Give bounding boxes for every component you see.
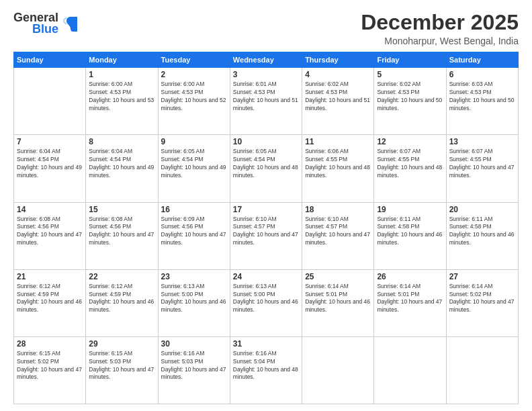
logo-wave-icon bbox=[61, 14, 80, 33]
day-number: 7 bbox=[17, 137, 83, 146]
cell-info: Sunrise: 6:16 AMSunset: 5:03 PMDaylight:… bbox=[161, 350, 227, 382]
weekday-header-thursday: Thursday bbox=[302, 52, 374, 68]
day-number: 12 bbox=[377, 137, 443, 146]
day-number: 21 bbox=[17, 272, 83, 281]
day-number: 22 bbox=[89, 272, 154, 281]
month-title: December 2025 bbox=[361, 11, 519, 34]
calendar-cell: 29 Sunrise: 6:15 AMSunset: 5:03 PMDaylig… bbox=[86, 336, 158, 404]
calendar-cell: 26 Sunrise: 6:14 AMSunset: 5:01 PMDaylig… bbox=[374, 269, 446, 336]
calendar-cell: 25 Sunrise: 6:14 AMSunset: 5:01 PMDaylig… bbox=[302, 269, 374, 336]
day-number: 27 bbox=[449, 272, 515, 281]
weekday-header-tuesday: Tuesday bbox=[158, 52, 230, 68]
day-number: 9 bbox=[161, 137, 227, 146]
calendar-cell: 22 Sunrise: 6:12 AMSunset: 4:59 PMDaylig… bbox=[86, 269, 158, 336]
weekday-header-saturday: Saturday bbox=[446, 52, 518, 68]
cell-info: Sunrise: 6:00 AMSunset: 4:53 PMDaylight:… bbox=[89, 81, 154, 113]
day-number: 2 bbox=[161, 70, 227, 79]
location: Monoharpur, West Bengal, India bbox=[361, 36, 519, 46]
cell-info: Sunrise: 6:05 AMSunset: 4:54 PMDaylight:… bbox=[161, 148, 227, 180]
day-number: 3 bbox=[233, 70, 299, 79]
calendar-cell bbox=[302, 336, 374, 404]
calendar-cell: 7 Sunrise: 6:04 AMSunset: 4:54 PMDayligh… bbox=[14, 135, 86, 202]
cell-info: Sunrise: 6:05 AMSunset: 4:54 PMDaylight:… bbox=[233, 148, 299, 180]
cell-info: Sunrise: 6:03 AMSunset: 4:53 PMDaylight:… bbox=[449, 81, 515, 113]
cell-info: Sunrise: 6:08 AMSunset: 4:56 PMDaylight:… bbox=[17, 216, 83, 248]
cell-info: Sunrise: 6:11 AMSunset: 4:58 PMDaylight:… bbox=[449, 216, 515, 248]
calendar-cell bbox=[14, 68, 86, 135]
day-number: 11 bbox=[305, 137, 371, 146]
day-number: 16 bbox=[161, 205, 227, 214]
calendar-cell: 10 Sunrise: 6:05 AMSunset: 4:54 PMDaylig… bbox=[230, 135, 302, 202]
week-row-4: 21 Sunrise: 6:12 AMSunset: 4:59 PMDaylig… bbox=[14, 269, 519, 336]
calendar-cell: 23 Sunrise: 6:13 AMSunset: 5:00 PMDaylig… bbox=[158, 269, 230, 336]
cell-info: Sunrise: 6:06 AMSunset: 4:55 PMDaylight:… bbox=[305, 148, 371, 180]
logo-blue: Blue bbox=[32, 22, 58, 36]
calendar-cell: 14 Sunrise: 6:08 AMSunset: 4:56 PMDaylig… bbox=[14, 202, 86, 269]
day-number: 18 bbox=[305, 205, 371, 214]
cell-info: Sunrise: 6:04 AMSunset: 4:54 PMDaylight:… bbox=[17, 148, 83, 180]
calendar-cell: 19 Sunrise: 6:11 AMSunset: 4:58 PMDaylig… bbox=[374, 202, 446, 269]
cell-info: Sunrise: 6:14 AMSunset: 5:02 PMDaylight:… bbox=[449, 283, 515, 315]
calendar-cell: 20 Sunrise: 6:11 AMSunset: 4:58 PMDaylig… bbox=[446, 202, 518, 269]
day-number: 29 bbox=[89, 339, 154, 349]
day-number: 17 bbox=[233, 205, 299, 214]
day-number: 15 bbox=[89, 205, 154, 214]
calendar-cell: 31 Sunrise: 6:16 AMSunset: 5:04 PMDaylig… bbox=[230, 336, 302, 404]
calendar-cell: 30 Sunrise: 6:16 AMSunset: 5:03 PMDaylig… bbox=[158, 336, 230, 404]
cell-info: Sunrise: 6:14 AMSunset: 5:01 PMDaylight:… bbox=[377, 283, 443, 315]
day-number: 10 bbox=[233, 137, 299, 146]
day-number: 31 bbox=[233, 339, 299, 349]
calendar-cell: 13 Sunrise: 6:07 AMSunset: 4:55 PMDaylig… bbox=[446, 135, 518, 202]
cell-info: Sunrise: 6:14 AMSunset: 5:01 PMDaylight:… bbox=[305, 283, 371, 315]
day-number: 23 bbox=[161, 272, 227, 281]
day-number: 19 bbox=[377, 205, 443, 214]
cell-info: Sunrise: 6:02 AMSunset: 4:53 PMDaylight:… bbox=[305, 81, 371, 113]
cell-info: Sunrise: 6:13 AMSunset: 5:00 PMDaylight:… bbox=[233, 283, 299, 315]
cell-info: Sunrise: 6:13 AMSunset: 5:00 PMDaylight:… bbox=[161, 283, 227, 315]
day-number: 30 bbox=[161, 339, 227, 349]
day-number: 8 bbox=[89, 137, 154, 146]
calendar-cell: 5 Sunrise: 6:02 AMSunset: 4:53 PMDayligh… bbox=[374, 68, 446, 135]
cell-info: Sunrise: 6:15 AMSunset: 5:03 PMDaylight:… bbox=[89, 350, 154, 382]
cell-info: Sunrise: 6:08 AMSunset: 4:56 PMDaylight:… bbox=[89, 216, 154, 248]
cell-info: Sunrise: 6:04 AMSunset: 4:54 PMDaylight:… bbox=[89, 148, 154, 180]
calendar-cell: 11 Sunrise: 6:06 AMSunset: 4:55 PMDaylig… bbox=[302, 135, 374, 202]
calendar-cell bbox=[446, 336, 518, 404]
cell-info: Sunrise: 6:01 AMSunset: 4:53 PMDaylight:… bbox=[233, 81, 299, 113]
calendar-cell: 2 Sunrise: 6:00 AMSunset: 4:53 PMDayligh… bbox=[158, 68, 230, 135]
day-number: 6 bbox=[449, 70, 515, 79]
calendar-cell: 4 Sunrise: 6:02 AMSunset: 4:53 PMDayligh… bbox=[302, 68, 374, 135]
week-row-3: 14 Sunrise: 6:08 AMSunset: 4:56 PMDaylig… bbox=[14, 202, 519, 269]
logo: General Blue bbox=[13, 11, 80, 36]
calendar-cell: 12 Sunrise: 6:07 AMSunset: 4:55 PMDaylig… bbox=[374, 135, 446, 202]
calendar-cell: 21 Sunrise: 6:12 AMSunset: 4:59 PMDaylig… bbox=[14, 269, 86, 336]
cell-info: Sunrise: 6:07 AMSunset: 4:55 PMDaylight:… bbox=[377, 148, 443, 180]
week-row-5: 28 Sunrise: 6:15 AMSunset: 5:02 PMDaylig… bbox=[14, 336, 519, 404]
weekday-header-friday: Friday bbox=[374, 52, 446, 68]
weekday-header-wednesday: Wednesday bbox=[230, 52, 302, 68]
calendar-cell bbox=[374, 336, 446, 404]
cell-info: Sunrise: 6:12 AMSunset: 4:59 PMDaylight:… bbox=[17, 283, 83, 315]
weekday-header-monday: Monday bbox=[86, 52, 158, 68]
day-number: 5 bbox=[377, 70, 443, 79]
week-row-1: 1 Sunrise: 6:00 AMSunset: 4:53 PMDayligh… bbox=[14, 68, 519, 135]
calendar-cell: 8 Sunrise: 6:04 AMSunset: 4:54 PMDayligh… bbox=[86, 135, 158, 202]
week-row-2: 7 Sunrise: 6:04 AMSunset: 4:54 PMDayligh… bbox=[14, 135, 519, 202]
day-number: 26 bbox=[377, 272, 443, 281]
cell-info: Sunrise: 6:11 AMSunset: 4:58 PMDaylight:… bbox=[377, 216, 443, 248]
cell-info: Sunrise: 6:00 AMSunset: 4:53 PMDaylight:… bbox=[161, 81, 227, 113]
day-number: 20 bbox=[449, 205, 515, 214]
day-number: 13 bbox=[449, 137, 515, 146]
calendar-cell: 6 Sunrise: 6:03 AMSunset: 4:53 PMDayligh… bbox=[446, 68, 518, 135]
header: General Blue December 2025 Monoharpur, W… bbox=[13, 11, 519, 46]
title-section: December 2025 Monoharpur, West Bengal, I… bbox=[361, 11, 519, 46]
calendar-cell: 17 Sunrise: 6:10 AMSunset: 4:57 PMDaylig… bbox=[230, 202, 302, 269]
day-number: 1 bbox=[89, 70, 154, 79]
day-number: 4 bbox=[305, 70, 371, 79]
weekday-header-sunday: Sunday bbox=[14, 52, 86, 68]
weekday-header-row: SundayMondayTuesdayWednesdayThursdayFrid… bbox=[14, 52, 519, 68]
calendar-table: SundayMondayTuesdayWednesdayThursdayFrid… bbox=[13, 52, 519, 404]
day-number: 28 bbox=[17, 339, 83, 349]
calendar-cell: 18 Sunrise: 6:10 AMSunset: 4:57 PMDaylig… bbox=[302, 202, 374, 269]
calendar-cell: 24 Sunrise: 6:13 AMSunset: 5:00 PMDaylig… bbox=[230, 269, 302, 336]
